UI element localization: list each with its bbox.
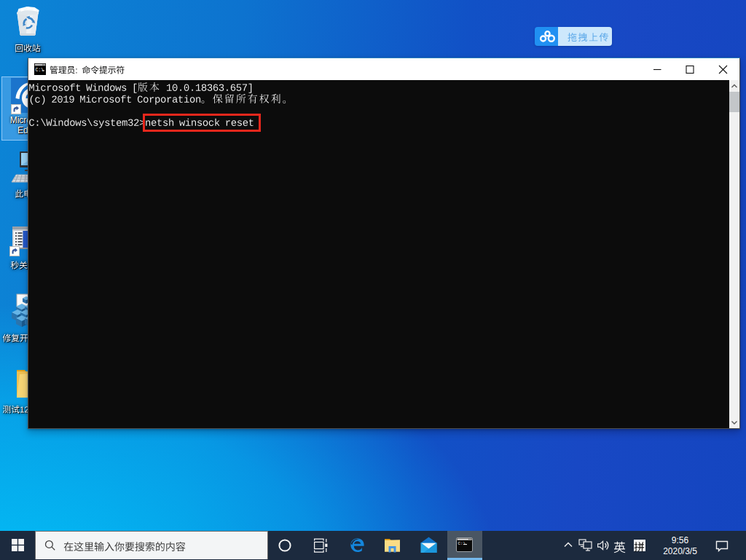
svg-text:C:\: C:\ [36,68,44,73]
svg-text:C:\: C:\ [458,541,466,546]
